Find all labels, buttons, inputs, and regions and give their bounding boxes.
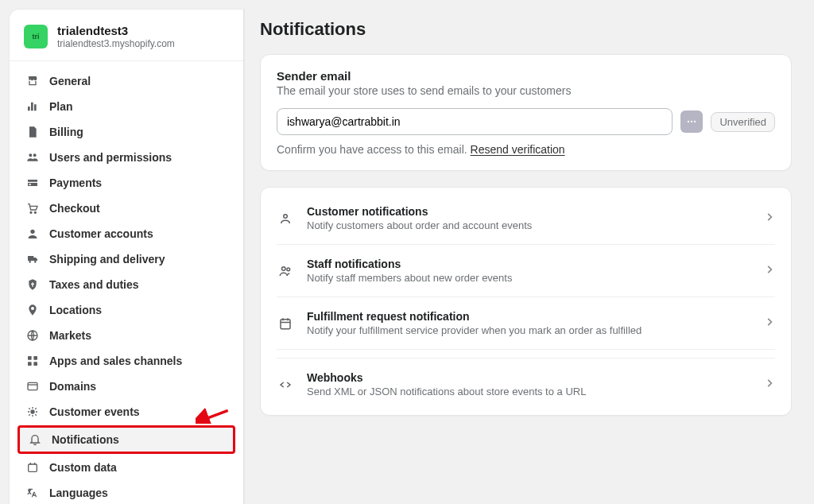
sidebar-item-label: Payments [49,176,102,189]
section-subtitle: Notify staff members about new order eve… [307,272,751,284]
locations-icon [25,303,40,317]
sidebar-item-customer-events[interactable]: Customer events [17,400,235,424]
shipping-icon [25,252,40,266]
sender-email-row: Unverified [277,108,775,135]
notification-sections-card: Customer notificationsNotify customers a… [260,187,792,416]
section-fulfillment-request-notification[interactable]: Fulfillment request notificationNotify y… [277,297,775,350]
sidebar-item-general[interactable]: General [17,69,235,93]
sidebar-item-notifications[interactable]: Notifications [17,425,235,454]
sidebar-item-shipping-and-delivery[interactable]: Shipping and delivery [17,247,235,271]
store-header[interactable]: tri trialendtest3 trialendtest3.myshopif… [10,24,243,61]
sidebar-item-payments[interactable]: Payments [17,171,235,195]
svg-point-0 [30,211,32,213]
main-content: Notifications Sender email The email you… [244,0,814,504]
sidebar-item-checkout[interactable]: Checkout [17,196,235,220]
users-icon [25,150,40,165]
payments-icon [25,176,40,190]
person-icon [277,210,294,227]
svg-rect-18 [281,319,290,328]
store-avatar: tri [24,25,48,48]
sidebar-item-customer-accounts[interactable]: Customer accounts [17,222,235,246]
sender-email-card: Sender email The email your store uses t… [260,54,792,171]
fulfillment-icon [277,315,294,332]
events-icon [25,405,40,419]
sidebar-item-plan[interactable]: Plan [17,95,235,118]
confirm-text: Confirm you have access to this email. R… [277,143,775,156]
sidebar-item-locations[interactable]: Locations [17,298,235,322]
svg-point-16 [282,266,286,270]
svg-point-2 [30,230,34,234]
sidebar-item-label: Custom data [49,461,117,474]
svg-rect-6 [28,362,32,366]
section-title: Staff notifications [307,258,751,270]
sidebar: tri trialendtest3 trialendtest3.myshopif… [10,10,244,504]
sidebar-item-label: Plan [49,100,73,113]
svg-rect-8 [28,382,37,390]
sidebar-item-label: Shipping and delivery [49,253,165,266]
section-subtitle: Notify customers about order and account… [307,219,751,231]
plan-icon [25,99,40,114]
sidebar-item-users-and-permissions[interactable]: Users and permissions [17,145,235,169]
sidebar-item-label: Languages [49,487,108,499]
chevron-right-icon [764,211,775,226]
svg-point-13 [691,121,692,122]
store-name: trialendtest3 [57,24,175,37]
page-title: Notifications [260,19,792,40]
sidebar-item-label: Domains [49,380,96,393]
lang-icon [25,486,40,500]
svg-point-9 [31,410,34,413]
sidebar-item-billing[interactable]: Billing [17,120,235,144]
cust_acc-icon [25,227,40,241]
section-title: Customer notifications [307,205,751,218]
svg-point-12 [688,121,689,122]
sidebar-item-apps-and-sales-channels[interactable]: Apps and sales channels [17,349,235,373]
sidebar-item-label: Users and permissions [49,151,172,164]
sidebar-item-domains[interactable]: Domains [17,374,235,398]
sender-email-subtitle: The email your store uses to send emails… [277,84,775,97]
svg-point-15 [284,214,288,218]
sidebar-item-languages[interactable]: Languages [17,481,235,504]
sender-email-title: Sender email [277,69,775,83]
svg-rect-7 [33,362,37,366]
checkout-icon [25,201,40,215]
verification-badge: Unverified [711,112,775,132]
section-subtitle: Notify your fulfillment service provider… [307,324,751,336]
apps-icon [25,354,40,368]
sidebar-item-taxes-and-duties[interactable]: Taxes and duties [17,273,235,297]
settings-nav: GeneralPlanBillingUsers and permissionsP… [10,61,243,504]
sidebar-item-label: Notifications [52,433,119,446]
resend-verification-link[interactable]: Resend verification [471,143,565,156]
svg-point-17 [287,267,290,270]
sidebar-item-label: Billing [49,126,83,138]
sender-email-input[interactable] [277,108,673,135]
svg-point-14 [694,121,696,122]
domains-icon [25,379,40,394]
svg-rect-5 [33,356,37,360]
sidebar-item-label: Markets [49,329,91,342]
custom-icon [25,460,40,475]
section-staff-notifications[interactable]: Staff notificationsNotify staff members … [277,245,775,297]
sidebar-item-label: Checkout [49,202,100,215]
taxes-icon [25,277,40,292]
markets-icon [25,328,40,343]
sidebar-item-custom-data[interactable]: Custom data [17,456,235,479]
svg-point-1 [34,211,36,213]
store-icon [25,74,40,88]
chevron-right-icon [764,378,775,392]
code-icon [277,376,294,394]
section-title: Fulfillment request notification [307,310,751,323]
svg-rect-4 [28,356,32,360]
sidebar-item-label: Customer events [49,405,140,418]
more-actions-button[interactable] [680,110,703,133]
sidebar-item-label: Apps and sales channels [49,355,182,367]
section-subtitle: Send XML or JSON notifications about sto… [307,386,751,397]
section-title: Webhooks [307,371,751,384]
section-webhooks[interactable]: WebhooksSend XML or JSON notifications a… [277,358,775,410]
billing-icon [25,125,40,139]
sidebar-item-label: General [49,75,91,87]
store-domain: trialendtest3.myshopify.com [57,38,175,49]
sidebar-item-markets[interactable]: Markets [17,324,235,347]
svg-rect-10 [29,464,37,471]
bell-icon [28,432,42,447]
section-customer-notifications[interactable]: Customer notificationsNotify customers a… [277,192,775,245]
